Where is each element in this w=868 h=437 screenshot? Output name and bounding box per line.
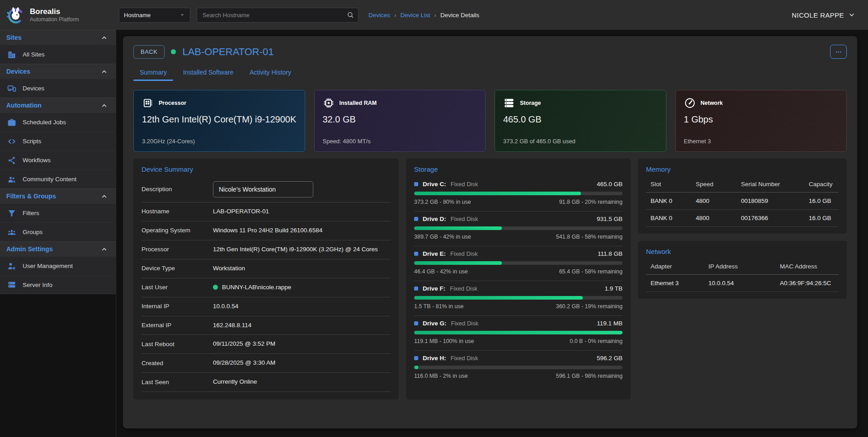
cell: 00176366 [741, 215, 809, 221]
description-input[interactable] [213, 181, 313, 197]
sidebar-item-devices[interactable]: Devices [0, 79, 116, 98]
brand-logo-area[interactable]: Borealis Automation Platform [0, 5, 116, 25]
summary-label: Description [142, 185, 209, 193]
summary-value: 09/28/2025 @ 3:30 AM [213, 358, 391, 368]
sidebar-item-all-sites[interactable]: All Sites [0, 45, 116, 64]
breadcrumb-item-devices[interactable]: Devices [368, 12, 390, 19]
tab-activity-history[interactable]: Activity History [243, 65, 297, 81]
drive-remaining: 360.2 GB - 19% remaining [556, 303, 623, 310]
summary-label: Last User [142, 283, 209, 291]
summary-value: LAB-OPERATOR-01 [213, 207, 391, 216]
summary-row-created: Created09/28/2025 @ 3:30 AM [142, 354, 391, 373]
drive-drive-c: Drive C: Fixed Disk 465.0 GB 373.2 GB - … [414, 177, 623, 211]
stat-card-value: 12th Gen Intel(R) Core(TM) i9-12900K [142, 114, 297, 125]
drive-bullet-icon [414, 182, 418, 186]
column-header-adapter: Adapter [651, 263, 708, 270]
sidebar-item-label: Devices [23, 85, 44, 92]
sidebar-section-label: Filters & Groups [6, 193, 56, 200]
stat-card-processor: Processor 12th Gen Intel(R) Core(TM) i9-… [133, 90, 305, 152]
summary-row-external-ip: External IP162.248.8.114 [142, 316, 391, 335]
network-row: Ethernet 310.0.0.54A0:36:9F:94:26:5C [646, 275, 839, 292]
page-title: LAB-OPERATOR-01 [182, 46, 274, 58]
sidebar-section-label: Devices [6, 68, 30, 75]
sidebar-item-label: Scripts [23, 138, 41, 145]
drive-type: Fixed Disk [450, 285, 477, 292]
tab-installed-software[interactable]: Installed Software [177, 65, 240, 81]
summary-value: 09/11/2025 @ 3:52 PM [213, 339, 391, 349]
chevron-up-icon [101, 34, 108, 41]
breadcrumb-item-device-list[interactable]: Device List [401, 12, 430, 19]
drive-size: 465.0 GB [597, 181, 623, 188]
cell: 10.0.0.54 [708, 280, 780, 287]
summary-label: Processor [142, 245, 209, 254]
drive-usage-bar [414, 331, 623, 334]
drive-type: Fixed Disk [451, 216, 478, 222]
drive-used: 119.1 MB - 100% in use [414, 338, 474, 344]
sidebar-section-label: Admin Settings [6, 245, 53, 253]
memory-panel: Memory SlotSpeedSerial NumberCapacity BA… [638, 159, 847, 234]
sidebar-item-groups[interactable]: Groups [0, 222, 116, 241]
brand-name: Borealis [30, 7, 79, 16]
drive-name: Drive G: [423, 320, 447, 327]
sidebar-item-scripts[interactable]: Scripts [0, 132, 116, 150]
sidebar-section-automation[interactable]: Automation [0, 98, 116, 113]
more-options-button[interactable] [830, 45, 847, 59]
cell: 00180859 [741, 197, 809, 204]
stat-card-footer: 3.20GHz (24-Cores) [142, 138, 297, 145]
column-header-slot: Slot [651, 181, 696, 188]
cell: 4800 [696, 215, 741, 221]
network-table-header: AdapterIP AddressMAC Address [646, 259, 839, 275]
user-menu[interactable]: NICOLE RAPPE [792, 11, 868, 19]
sidebar-item-scheduled-jobs[interactable]: Scheduled Jobs [0, 113, 116, 132]
sidebar-section-devices[interactable]: Devices [0, 64, 116, 79]
chevron-up-icon [101, 193, 108, 200]
sidebar-item-user-management[interactable]: User Management [0, 256, 116, 275]
stat-card-installed-ram: Installed RAM 32.0 GB Speed: 4800 MT/s [314, 90, 486, 152]
column-header-serial-number: Serial Number [741, 181, 809, 188]
cell: 16.0 GB [809, 215, 839, 221]
drive-type: Fixed Disk [451, 181, 478, 188]
ram-icon [323, 97, 335, 109]
sidebar-item-server-info[interactable]: Server Info [0, 275, 116, 294]
drive-drive-f: Drive F: Fixed Disk 1.9 TB 1.5 TB - 81% … [414, 281, 623, 316]
cell: 16.0 GB [809, 197, 839, 204]
drive-drive-d: Drive D: Fixed Disk 931.5 GB 389.7 GB - … [414, 211, 623, 246]
drive-type: Fixed Disk [451, 355, 478, 362]
summary-row-last-user: Last UserBUNNY-LAB\nicole.rappe [142, 278, 391, 297]
sidebar-item-community-content[interactable]: Community Content [0, 169, 116, 188]
sidebar-section-filters-groups[interactable]: Filters & Groups [0, 188, 116, 203]
summary-value: BUNNY-LAB\nicole.rappe [213, 283, 391, 292]
sidebar-item-label: Filters [23, 210, 39, 216]
column-header-speed: Speed [696, 181, 741, 188]
sidebar-item-label: Scheduled Jobs [23, 119, 66, 126]
drive-usage-bar [414, 366, 623, 369]
search-input[interactable] [197, 8, 359, 23]
memory-row: BANK 048000018085916.0 GB [646, 193, 839, 210]
drive-bullet-icon [414, 321, 418, 325]
online-status-dot [213, 285, 218, 290]
sidebar-section-sites[interactable]: Sites [0, 30, 116, 45]
groups-icon [7, 228, 16, 237]
drive-remaining: 65.4 GB - 58% remaining [559, 268, 623, 275]
column-header-ip-address: IP Address [708, 263, 780, 270]
sidebar-section-admin-settings[interactable]: Admin Settings [0, 241, 116, 256]
stat-card-network: Network 1 Gbps Ethernet 3 [675, 90, 847, 152]
summary-label: Created [142, 359, 209, 367]
chevron-up-icon [101, 246, 108, 253]
tab-summary[interactable]: Summary [133, 65, 173, 81]
drive-name: Drive D: [423, 216, 446, 222]
cell: BANK 0 [651, 197, 696, 204]
code-icon [7, 137, 16, 146]
stat-card-footer: 373.2 GB of 465.0 GB used [503, 138, 658, 145]
sidebar-item-filters[interactable]: Filters [0, 203, 116, 222]
summary-row-hostname: HostnameLAB-OPERATOR-01 [142, 202, 391, 221]
stat-card-label: Storage [520, 100, 541, 106]
ellipsis-icon [835, 48, 842, 56]
search-icon[interactable] [346, 11, 354, 19]
sidebar-item-workflows[interactable]: Workflows [0, 150, 116, 169]
stat-card-footer: Speed: 4800 MT/s [323, 138, 477, 145]
back-button[interactable]: BACK [133, 45, 165, 59]
hostname-filter-select[interactable]: Hostname [119, 8, 190, 23]
summary-row-last-reboot: Last Reboot09/11/2025 @ 3:52 PM [142, 335, 391, 354]
drive-type: Fixed Disk [450, 250, 478, 257]
